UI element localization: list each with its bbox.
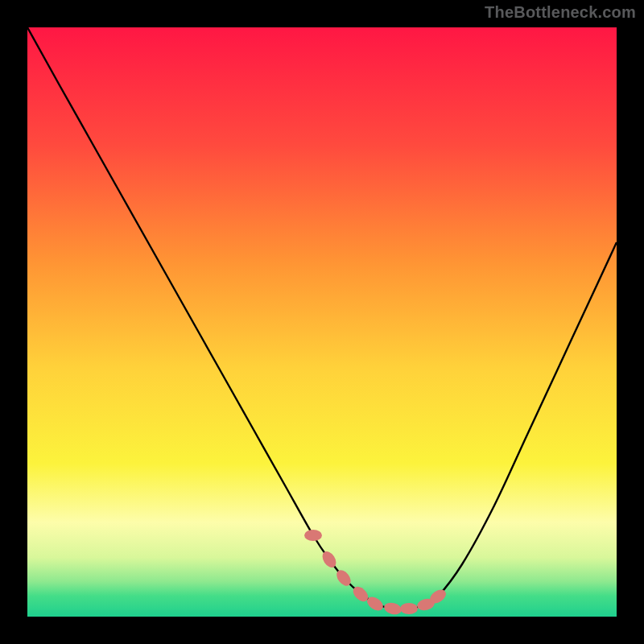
watermark-text: TheBottleneck.com (485, 3, 636, 22)
chart-frame: TheBottleneck.com (0, 0, 644, 644)
gradient-background (27, 27, 617, 617)
highlight-dot (304, 530, 322, 541)
plot-area (27, 27, 617, 617)
chart-svg (27, 27, 617, 617)
highlight-dot (400, 603, 418, 614)
